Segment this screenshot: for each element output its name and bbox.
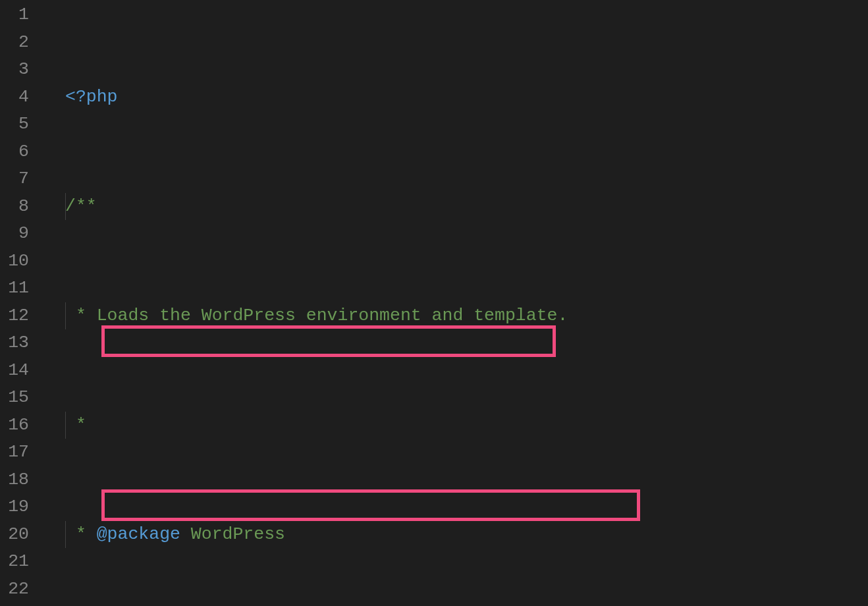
line-number: 8 — [0, 193, 29, 221]
code-area[interactable]: <?php /** * Loads the WordPress environm… — [45, 0, 868, 606]
line-number: 14 — [0, 357, 29, 385]
code-line[interactable]: /** — [45, 193, 868, 221]
doc-pkg: WordPress — [180, 524, 285, 544]
line-number: 16 — [0, 412, 29, 439]
annotation-highlight — [101, 325, 556, 357]
code-editor[interactable]: 1 2 3 4 5 6 7 8 9 10 11 12 13 14 15 16 1… — [0, 0, 868, 606]
line-number: 3 — [0, 56, 29, 84]
doc-star: * — [65, 415, 86, 435]
line-number: 1 — [0, 1, 29, 29]
line-number: 17 — [0, 439, 29, 466]
line-number: 7 — [0, 165, 29, 193]
line-number: 10 — [0, 248, 29, 275]
code-line[interactable]: * Loads the WordPress environment and te… — [45, 302, 868, 330]
doc-star: * — [65, 524, 97, 544]
code-line[interactable]: <?php — [45, 84, 868, 111]
doc-text: Loads the WordPress environment and temp… — [97, 306, 568, 325]
line-number: 11 — [0, 275, 29, 302]
line-number: 22 — [0, 576, 29, 603]
code-line[interactable]: * @package WordPress — [45, 521, 868, 549]
line-number: 21 — [0, 548, 29, 576]
code-line[interactable]: * — [45, 412, 868, 439]
line-number: 20 — [0, 521, 29, 549]
annotation-highlight — [101, 489, 640, 521]
line-number: 12 — [0, 302, 29, 330]
line-number: 9 — [0, 220, 29, 248]
line-gutter: 1 2 3 4 5 6 7 8 9 10 11 12 13 14 15 16 1… — [0, 0, 45, 606]
php-open-tag: <?php — [65, 87, 118, 107]
line-number: 5 — [0, 111, 29, 138]
doc-tag: @package — [97, 524, 180, 544]
doc-star: * — [65, 306, 97, 325]
line-number: 15 — [0, 384, 29, 412]
line-number: 6 — [0, 138, 29, 166]
doc-comment: /** — [65, 196, 97, 216]
line-number: 13 — [0, 329, 29, 357]
line-number: 2 — [0, 29, 29, 57]
line-number: 18 — [0, 466, 29, 494]
line-number: 19 — [0, 493, 29, 521]
line-number: 4 — [0, 84, 29, 111]
